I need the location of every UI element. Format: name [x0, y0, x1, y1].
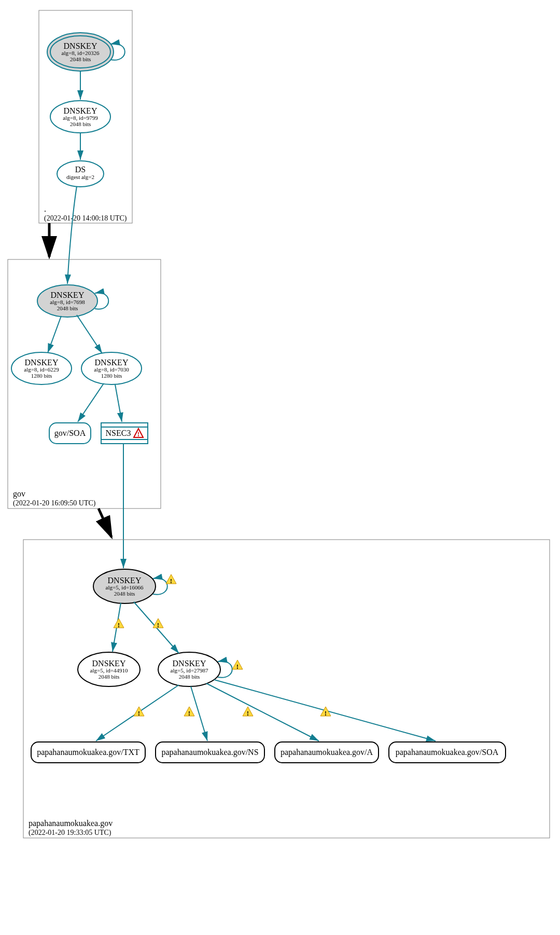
zone-gov-timestamp: (2022-01-20 16:09:50 UTC) — [13, 499, 96, 507]
svg-text:2048 bits: 2048 bits — [179, 673, 200, 680]
zone-root: . (2022-01-20 14:00:18 UTC) DNSKEY alg=8… — [39, 10, 132, 223]
node-papa-soa: papahanaumokuakea.gov/SOA — [389, 742, 506, 763]
svg-text:!: ! — [325, 709, 327, 717]
node-papa-txt: papahanaumokuakea.gov/TXT — [31, 742, 145, 763]
svg-text:alg=8, id=7698: alg=8, id=7698 — [50, 299, 85, 305]
svg-text:!: ! — [137, 430, 139, 438]
node-papa-ns: papahanaumokuakea.gov/NS — [156, 742, 264, 763]
zone-gov-label: gov — [13, 489, 25, 499]
svg-text:!: ! — [157, 621, 159, 629]
svg-text:DNSKEY: DNSKEY — [92, 659, 126, 668]
svg-text:DNSKEY: DNSKEY — [64, 106, 97, 115]
svg-text:DNSKEY: DNSKEY — [173, 659, 206, 668]
svg-text:papahanaumokuakea.gov/A: papahanaumokuakea.gov/A — [281, 748, 373, 757]
svg-text:!: ! — [138, 709, 140, 717]
svg-text:DNSKEY: DNSKEY — [108, 576, 142, 585]
node-gov-nsec3: NSEC3 ! — [101, 423, 148, 444]
svg-text:!: ! — [247, 709, 249, 717]
warning-icon: ! — [166, 574, 176, 585]
zone-papa-label: papahanaumokuakea.gov — [29, 819, 113, 828]
edge-gov-to-papa-deleg — [99, 508, 111, 537]
node-root-zsk: DNSKEY alg=8, id=9799 2048 bits — [50, 101, 110, 133]
svg-text:1280 bits: 1280 bits — [101, 373, 122, 379]
svg-text:2048 bits: 2048 bits — [99, 673, 120, 680]
warning-icon: ! — [134, 707, 144, 717]
zone-papa-timestamp: (2022-01-20 19:33:05 UTC) — [29, 829, 111, 837]
node-gov-zsk1: DNSKEY alg=8, id=6229 1280 bits — [11, 352, 72, 384]
svg-text:alg=5, id=27987: alg=5, id=27987 — [171, 667, 208, 673]
warning-icon: ! — [184, 707, 194, 717]
svg-text:gov/SOA: gov/SOA — [54, 429, 86, 438]
warning-icon: ! — [114, 618, 124, 629]
svg-text:DNSKEY: DNSKEY — [25, 358, 59, 367]
node-papa-zsk2: DNSKEY alg=5, id=27987 2048 bits — [158, 652, 220, 686]
dnssec-graph: . (2022-01-20 14:00:18 UTC) DNSKEY alg=8… — [0, 0, 560, 935]
warning-icon: ! — [243, 707, 253, 717]
svg-text:DNSKEY: DNSKEY — [51, 291, 85, 299]
zone-root-label: . — [44, 204, 46, 213]
svg-text:alg=8, id=7030: alg=8, id=7030 — [94, 366, 129, 373]
svg-text:!: ! — [118, 621, 120, 629]
svg-text:alg=8, id=6229: alg=8, id=6229 — [24, 366, 59, 373]
svg-text:papahanaumokuakea.gov/NS: papahanaumokuakea.gov/NS — [161, 748, 258, 757]
node-root-ds: DS digest alg=2 — [57, 161, 104, 187]
node-gov-ksk: DNSKEY alg=8, id=7698 2048 bits — [37, 285, 97, 317]
zone-papa: papahanaumokuakea.gov (2022-01-20 19:33:… — [23, 540, 550, 838]
svg-text:papahanaumokuakea.gov/TXT: papahanaumokuakea.gov/TXT — [37, 748, 139, 757]
edge-papa-zsk2-a — [206, 683, 319, 741]
edge-gov-zsk2-nsec3 — [115, 384, 122, 422]
node-papa-ksk: DNSKEY alg=5, id=16066 2048 bits — [93, 569, 156, 603]
node-gov-zsk2: DNSKEY alg=8, id=7030 1280 bits — [81, 352, 142, 384]
svg-text:alg=5, id=44910: alg=5, id=44910 — [90, 667, 128, 673]
edge-gov-zsk2-soa — [78, 383, 104, 422]
svg-text:alg=8, id=20326: alg=8, id=20326 — [62, 50, 100, 56]
svg-text:DS: DS — [75, 165, 86, 174]
edge-ds-to-gov-ksk — [67, 186, 77, 284]
warning-icon: ! — [153, 618, 163, 629]
svg-text:alg=8, id=9799: alg=8, id=9799 — [63, 115, 98, 121]
svg-text:2048 bits: 2048 bits — [70, 56, 91, 62]
zone-root-timestamp: (2022-01-20 14:00:18 UTC) — [44, 214, 127, 223]
svg-text:2048 bits: 2048 bits — [70, 121, 91, 127]
svg-text:!: ! — [170, 577, 172, 585]
svg-text:papahanaumokuakea.gov/SOA: papahanaumokuakea.gov/SOA — [396, 748, 499, 757]
svg-text:2048 bits: 2048 bits — [114, 590, 135, 597]
svg-text:DNSKEY: DNSKEY — [64, 42, 97, 50]
svg-text:DNSKEY: DNSKEY — [95, 358, 129, 367]
svg-text:digest alg=2: digest alg=2 — [66, 174, 94, 180]
zone-gov: gov (2022-01-20 16:09:50 UTC) DNSKEY alg… — [8, 259, 161, 508]
edge-gov-ksk-zsk1 — [48, 316, 61, 353]
edge-gov-ksk-zsk2 — [77, 315, 102, 353]
svg-text:alg=5, id=16066: alg=5, id=16066 — [106, 584, 144, 590]
svg-text:2048 bits: 2048 bits — [57, 305, 78, 311]
warning-icon: ! — [232, 660, 243, 670]
node-root-ksk: DNSKEY alg=8, id=20326 2048 bits — [47, 33, 114, 71]
svg-text:NSEC3: NSEC3 — [106, 429, 131, 437]
node-gov-soa: gov/SOA — [49, 423, 91, 444]
node-papa-zsk1: DNSKEY alg=5, id=44910 2048 bits — [78, 652, 140, 686]
svg-text:!: ! — [188, 709, 190, 717]
svg-text:1280 bits: 1280 bits — [31, 373, 52, 379]
node-papa-a: papahanaumokuakea.gov/A — [275, 742, 379, 763]
svg-text:!: ! — [236, 663, 239, 670]
